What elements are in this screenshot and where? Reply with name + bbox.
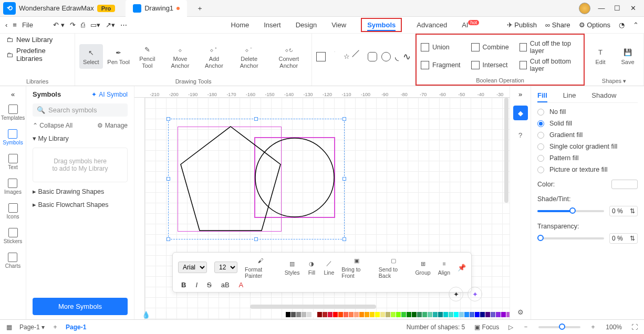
palette-swatch[interactable] (407, 312, 411, 317)
edit-button[interactable]: TEdit (589, 47, 612, 65)
collapse-all-button[interactable]: ⌃ Collapse All (33, 122, 72, 129)
new-tab-button[interactable]: ＋ (191, 4, 209, 13)
scrollbar-vertical[interactable] (504, 98, 508, 203)
radio-single-gradient[interactable]: Single color gradient fill (537, 143, 638, 150)
rail-images[interactable]: Images (2, 176, 24, 197)
close-button[interactable]: ✕ (628, 4, 638, 12)
bold-button[interactable]: B (181, 281, 186, 289)
format-painter-button[interactable]: 🖌Format Painter (245, 256, 277, 279)
eyedropper-icon[interactable]: 💧 (142, 311, 150, 319)
add-page-button[interactable]: ＋ (52, 322, 58, 331)
fragment-button[interactable]: Fragment (421, 58, 461, 72)
palette-swatch[interactable] (291, 312, 296, 317)
basic-shapes-item[interactable]: ▸ Basic Drawing Shapes (33, 187, 128, 195)
rail-charts[interactable]: Charts (3, 250, 23, 271)
pen-tool[interactable]: ✒Pen Tool (107, 47, 130, 65)
back-button[interactable]: ‹ (5, 21, 7, 29)
menu-advanced[interactable]: Advanced (417, 21, 447, 29)
preview-button[interactable]: ▭▾ (90, 21, 100, 29)
roundrect-shape-button[interactable] (368, 52, 377, 61)
pages-icon[interactable]: ▦ (6, 323, 12, 331)
redo-button[interactable]: ↷ (70, 21, 76, 29)
palette-swatch[interactable] (286, 312, 290, 317)
styles-button[interactable]: ▥Styles (285, 259, 300, 276)
predefine-libraries-button[interactable]: 🗀Predefine Libraries (6, 47, 70, 62)
menu-file[interactable]: File (22, 21, 33, 29)
palette-swatch[interactable] (391, 312, 396, 317)
palette-swatch[interactable] (496, 312, 501, 317)
hamburger-icon[interactable]: ≡ (13, 21, 17, 29)
palette-swatch[interactable] (328, 312, 333, 317)
maximize-button[interactable]: ☐ (612, 4, 622, 12)
menu-insert[interactable]: Insert (264, 21, 281, 29)
undo-button[interactable]: ↶ ▾ (53, 21, 65, 29)
more-button[interactable]: ⋯ (120, 21, 127, 29)
palette-swatch[interactable] (323, 312, 327, 317)
settings-button[interactable]: ⚙ (513, 305, 528, 319)
move-anchor-tool[interactable]: ⬦Move Anchor (164, 44, 196, 68)
italic-button[interactable]: I (195, 281, 198, 289)
new-library-button[interactable]: 🗀New Library (6, 36, 53, 44)
zoom-slider[interactable] (538, 326, 580, 328)
publish-button[interactable]: ✈ Publish (507, 21, 537, 29)
canvas[interactable]: Arial 12 🖌Format Painter ▥Styles ◑Fill ／… (145, 98, 510, 319)
palette-swatch[interactable] (370, 312, 375, 317)
play-button[interactable]: ▷ (508, 323, 513, 331)
palette-swatch[interactable] (359, 312, 364, 317)
palette-swatch[interactable] (443, 312, 448, 317)
help-button[interactable]: ? (513, 128, 528, 142)
palette-swatch[interactable] (480, 312, 485, 317)
rect-shape-button[interactable] (316, 52, 326, 61)
palette-swatch[interactable] (491, 312, 495, 317)
palette-swatch[interactable] (485, 312, 490, 317)
props-tab-shadow[interactable]: Shadow (591, 89, 616, 102)
intersect-button[interactable]: Intersect (471, 58, 509, 72)
case-button[interactable]: aB (221, 281, 230, 289)
print-button[interactable]: ⎙ (81, 21, 85, 29)
props-tab-line[interactable]: Line (563, 89, 576, 102)
share-button[interactable]: ∞ Share (545, 21, 570, 29)
shape-circle[interactable] (254, 137, 335, 218)
document-tab[interactable]: Drawing1 (126, 0, 187, 17)
palette-swatch[interactable] (349, 312, 354, 317)
fit-button[interactable]: ⛶ (631, 323, 638, 331)
select-tool[interactable]: ↖Select (79, 44, 103, 68)
send-back-button[interactable]: ▢Send to Back (379, 256, 408, 279)
radio-pattern-fill[interactable]: Pattern fill (537, 154, 638, 162)
expand-right-button[interactable]: » (518, 90, 522, 98)
palette-swatch[interactable] (344, 312, 348, 317)
flowchart-shapes-item[interactable]: ▸ Basic Flowchart Shapes (33, 201, 128, 208)
palette-swatch[interactable] (422, 312, 427, 317)
palette-swatch[interactable] (380, 312, 385, 317)
options-button[interactable]: ⚙ Options (579, 21, 610, 29)
star-shape-button[interactable]: ☆ (344, 53, 350, 60)
scrollbar-horizontal[interactable] (250, 305, 376, 309)
pentagon-shape-button[interactable] (330, 52, 339, 61)
align-button[interactable]: ≡Align (438, 259, 450, 276)
shade-slider[interactable] (537, 210, 604, 212)
convert-anchor-tool[interactable]: ⬦↻Convert Anchor (270, 44, 307, 68)
delete-anchor-tool[interactable]: ⬦⁻Delete Anchor (232, 44, 266, 68)
palette-swatch[interactable] (317, 312, 322, 317)
palette-swatch[interactable] (470, 312, 474, 317)
palette-swatch[interactable] (501, 312, 506, 317)
radio-no-fill[interactable]: No fill (537, 108, 638, 116)
ai-star-button[interactable]: ✦ (468, 287, 482, 301)
menu-symbols[interactable]: Symbols (361, 18, 402, 32)
page-selector[interactable]: Page-1 ▾ (19, 323, 45, 331)
palette-swatch[interactable] (459, 312, 464, 317)
props-tab-fill[interactable]: Fill (537, 89, 547, 102)
dropzone[interactable]: Drag symbols here to add to My Library (33, 148, 128, 182)
export-button[interactable]: ↗▾ (106, 21, 115, 29)
rail-text[interactable]: Text (6, 152, 19, 172)
focus-button[interactable]: ▣ Focus (474, 323, 499, 331)
rail-templates[interactable]: Templates (0, 102, 27, 123)
rail-symbols[interactable]: Symbols (1, 127, 25, 148)
menu-design[interactable]: Design (296, 21, 317, 29)
palette-swatch[interactable] (365, 312, 369, 317)
search-input[interactable]: 🔍 Search symbols (33, 103, 128, 117)
palette-swatch[interactable] (386, 312, 390, 317)
palette-swatch[interactable] (396, 312, 401, 317)
palette-swatch[interactable] (433, 312, 438, 317)
palette-swatch[interactable] (302, 312, 306, 317)
